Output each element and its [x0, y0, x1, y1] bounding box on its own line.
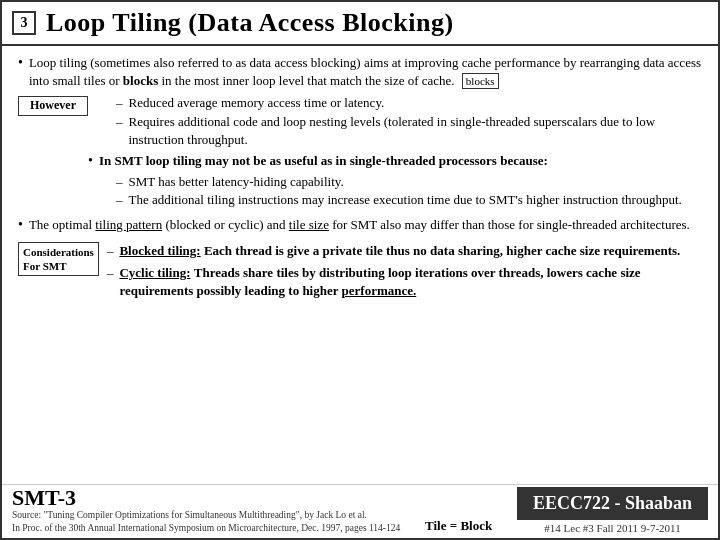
- sub-bullet-2-1-text: SMT has better latency-hiding capability…: [129, 173, 344, 191]
- bullet-2-text: In SMT loop tiling may not be as useful …: [99, 152, 548, 170]
- smt-label: SMT-3: [12, 487, 400, 509]
- tile-block-label: Tile = Block: [408, 518, 509, 534]
- sub-bullet-1-2: – Requires additional code and loop nest…: [116, 113, 702, 149]
- dash-2: –: [116, 113, 123, 149]
- footer-source-2: In Proc. of the 30th Annual Internationa…: [12, 522, 400, 534]
- dash-1: –: [116, 94, 123, 112]
- bullet-2: • In SMT loop tiling may not be as usefu…: [88, 152, 702, 170]
- sub-bullet-2-2: – The additional tiling instructions may…: [116, 191, 702, 209]
- tiling-pattern-underline: tiling pattern: [95, 217, 162, 232]
- bullet-1-text: Loop tiling (sometimes also referred to …: [29, 54, 702, 90]
- content-area: • Loop tiling (sometimes also referred t…: [2, 46, 718, 484]
- cyclic-tiling-label: Cyclic tiling:: [119, 265, 190, 280]
- bullet-symbol-3: •: [18, 217, 23, 234]
- however-content: – Reduced average memory access time or …: [88, 94, 702, 211]
- sub-bullet-1-1: – Reduced average memory access time or …: [116, 94, 702, 112]
- eecc-badge: EECC722 - Shaaban: [517, 487, 708, 520]
- slide: 3 Loop Tiling (Data Access Blocking) • L…: [0, 0, 720, 540]
- header: 3 Loop Tiling (Data Access Blocking): [2, 2, 718, 46]
- considerations-label: ConsiderationsFor SMT: [18, 242, 99, 277]
- dash-5: –: [107, 242, 114, 260]
- sub-bullet-2-1: – SMT has better latency-hiding capabili…: [116, 173, 702, 191]
- however-row: However – Reduced average memory access …: [18, 94, 702, 211]
- however-label: However: [18, 96, 88, 116]
- dash-4: –: [116, 191, 123, 209]
- cyclic-tiling-bullet: – Cyclic tiling: Threads share tiles by …: [107, 264, 702, 300]
- considerations-section: ConsiderationsFor SMT – Blocked tiling: …: [18, 242, 702, 301]
- tile-size-underline: tile size: [289, 217, 329, 232]
- footer-left: SMT-3 Source: "Tuning Compiler Optimizat…: [12, 487, 400, 534]
- sub-bullet-1-1-text: Reduced average memory access time or la…: [129, 94, 385, 112]
- dash-3: –: [116, 173, 123, 191]
- bullet-3-text: The optimal tiling pattern (blocked or c…: [29, 216, 690, 234]
- blocked-tiling-bullet: – Blocked tiling: Each thread is give a …: [107, 242, 702, 260]
- performance-underline: performance.: [342, 283, 417, 298]
- sub-bullet-2-2-text: The additional tiling instructions may i…: [129, 191, 682, 209]
- blocked-tiling-label: Blocked tiling:: [119, 243, 200, 258]
- footer-info: #14 Lec #3 Fall 2011 9-7-2011: [544, 522, 680, 534]
- sub-bullet-1-2-text: Requires additional code and loop nestin…: [129, 113, 703, 149]
- dash-6: –: [107, 264, 114, 300]
- footer: SMT-3 Source: "Tuning Compiler Optimizat…: [2, 484, 718, 538]
- bullet-1: • Loop tiling (sometimes also referred t…: [18, 54, 702, 90]
- sub-bullets-1: – Reduced average memory access time or …: [116, 94, 702, 149]
- sub-bullets-2: – SMT has better latency-hiding capabili…: [116, 173, 702, 209]
- footer-source-1: Source: "Tuning Compiler Optimizations f…: [12, 509, 400, 521]
- blocks-badge: blocks: [462, 73, 499, 89]
- footer-right: EECC722 - Shaaban #14 Lec #3 Fall 2011 9…: [517, 487, 708, 534]
- blocked-tiling-text: Blocked tiling: Each thread is give a pr…: [119, 242, 680, 260]
- considerations-content: – Blocked tiling: Each thread is give a …: [107, 242, 702, 301]
- cyclic-tiling-text: Cyclic tiling: Threads share tiles by di…: [119, 264, 702, 300]
- bullet-3: • The optimal tiling pattern (blocked or…: [18, 216, 702, 234]
- bullet-symbol-1: •: [18, 55, 23, 90]
- bullet-symbol-2: •: [88, 153, 93, 170]
- slide-number: 3: [12, 11, 36, 35]
- slide-title: Loop Tiling (Data Access Blocking): [46, 8, 454, 38]
